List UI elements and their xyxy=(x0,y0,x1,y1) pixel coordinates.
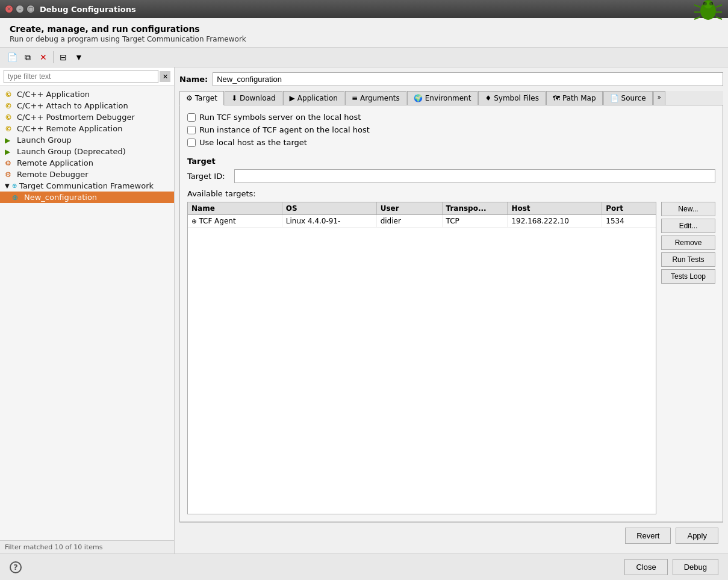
view-menu-icon: ▼ xyxy=(75,52,83,62)
path-map-tab-label: Path Map xyxy=(562,94,596,102)
name-row: Name: xyxy=(179,72,723,86)
arguments-tab-icon: ≡ xyxy=(352,94,358,102)
tab-path-map[interactable]: 🗺 Path Map xyxy=(546,91,603,105)
launch-group-dep-label: Launch Group (Deprecated) xyxy=(17,147,126,156)
tcf-agent-checkbox[interactable] xyxy=(187,126,196,134)
tab-target[interactable]: ⚙ Target xyxy=(179,91,224,105)
targets-area: Name OS User Transpo... Host Port ⊕ xyxy=(187,202,715,514)
cpp-application-label: C/C++ Application xyxy=(17,90,90,99)
new-config-button[interactable]: 📄 xyxy=(5,50,19,64)
duplicate-icon: ⧉ xyxy=(25,52,31,63)
toolbar: 📄 ⧉ ✕ ⊟ ▼ xyxy=(0,47,728,67)
table-body: ⊕ TCF Agent Linux 4.4.0-91- didier TCP 1… xyxy=(188,215,656,514)
tab-environment[interactable]: 🌍 Environment xyxy=(407,91,478,105)
maximize-window-btn[interactable]: □ xyxy=(26,5,35,13)
tab-application[interactable]: ▶ Application xyxy=(283,91,344,105)
revert-button[interactable]: Revert xyxy=(625,528,671,544)
target-tab-icon: ⚙ xyxy=(186,94,193,102)
target-id-label: Target ID: xyxy=(187,172,229,181)
close-window-btn[interactable]: ✕ xyxy=(5,5,13,13)
tcf-symbols-row: Run TCF symbols server on the local host xyxy=(187,113,715,122)
environment-tab-label: Environment xyxy=(425,94,471,102)
filter-clear-button[interactable]: ✕ xyxy=(160,71,170,82)
cell-os: Linux 4.4.0-91- xyxy=(282,215,377,227)
edit-target-button[interactable]: Edit... xyxy=(661,219,715,233)
available-targets-label: Available targets: xyxy=(187,189,715,198)
tcf-agent-row: Run instance of TCF agent on the local h… xyxy=(187,125,715,134)
window-title: Debug Configurations xyxy=(40,5,136,14)
environment-tab-icon: 🌍 xyxy=(414,94,423,102)
filter-input[interactable] xyxy=(4,70,158,83)
cpp-application-icon: © xyxy=(5,90,14,99)
cpp-postmortem-icon: © xyxy=(5,113,14,122)
duplicate-config-button[interactable]: ⧉ xyxy=(20,50,35,64)
new-icon: 📄 xyxy=(7,52,17,62)
tcf-icon: ⊕ xyxy=(12,182,17,189)
remote-app-icon: ⚙ xyxy=(5,159,14,167)
target-id-input[interactable] xyxy=(234,169,715,183)
sidebar-item-new-configuration[interactable]: ⊕ New_configuration xyxy=(0,192,174,203)
application-tab-icon: ▶ xyxy=(290,94,295,102)
delete-config-button[interactable]: ✕ xyxy=(36,50,51,64)
col-os: OS xyxy=(282,202,377,214)
close-button[interactable]: Close xyxy=(624,559,667,575)
footer-action-buttons: Close Debug xyxy=(624,559,718,575)
cpp-attach-label: C/C++ Attach to Application xyxy=(17,101,128,110)
tab-download[interactable]: ⬇ Download xyxy=(225,91,282,105)
use-localhost-checkbox[interactable] xyxy=(187,139,196,147)
new-config-tree-icon: ⊕ xyxy=(12,193,22,202)
remove-target-button[interactable]: Remove xyxy=(661,235,715,250)
tcf-symbols-checkbox[interactable] xyxy=(187,113,196,122)
col-user: User xyxy=(377,202,443,214)
sidebar-item-cpp-application[interactable]: © C/C++ Application xyxy=(0,89,174,100)
apply-button[interactable]: Apply xyxy=(676,528,718,544)
config-name-input[interactable] xyxy=(213,72,723,86)
new-target-button[interactable]: New... xyxy=(661,202,715,216)
sidebar-item-cpp-attach[interactable]: © C/C++ Attach to Application xyxy=(0,100,174,111)
table-row[interactable]: ⊕ TCF Agent Linux 4.4.0-91- didier TCP 1… xyxy=(188,215,656,228)
cpp-remote-label: C/C++ Remote Application xyxy=(17,124,122,133)
cpp-attach-icon: © xyxy=(5,102,14,110)
tcf-symbols-label: Run TCF symbols server on the local host xyxy=(199,113,361,122)
target-id-row: Target ID: xyxy=(187,169,715,183)
tab-source[interactable]: 📄 Source xyxy=(603,91,653,105)
col-port: Port xyxy=(602,202,656,214)
sidebar-item-cpp-remote[interactable]: © C/C++ Remote Application xyxy=(0,123,174,134)
right-panel: Name: ⚙ Target ⬇ Download ▶ Application xyxy=(175,67,728,553)
footer-bar: ? Close Debug xyxy=(0,553,728,580)
titlebar: ✕ – □ Debug Configurations xyxy=(0,0,728,18)
tab-more-button[interactable]: » xyxy=(653,91,665,105)
debug-button[interactable]: Debug xyxy=(673,559,718,575)
sidebar-footer: Filter matched 10 of 10 items xyxy=(0,540,174,553)
view-menu-button[interactable]: ▼ xyxy=(72,50,86,64)
header-subtitle: Run or debug a program using Target Comm… xyxy=(10,35,718,43)
sidebar-item-remote-debugger[interactable]: ⚙ Remote Debugger xyxy=(0,169,174,180)
collapse-all-button[interactable]: ⊟ xyxy=(56,50,70,64)
launch-group-dep-icon: ▶ xyxy=(5,148,14,156)
sidebar-item-launch-group-deprecated[interactable]: ▶ Launch Group (Deprecated) xyxy=(0,146,174,157)
targets-table: Name OS User Transpo... Host Port ⊕ xyxy=(187,202,656,514)
arguments-tab-label: Arguments xyxy=(360,94,400,102)
sidebar-item-cpp-postmortem[interactable]: © C/C++ Postmortem Debugger xyxy=(0,111,174,123)
minimize-window-btn[interactable]: – xyxy=(16,5,24,13)
more-tabs-icon: » xyxy=(658,94,661,101)
tab-arguments[interactable]: ≡ Arguments xyxy=(345,91,406,105)
tab-symbol-files[interactable]: ♦ Symbol Files xyxy=(478,91,546,105)
run-tests-button[interactable]: Run Tests xyxy=(661,252,715,267)
help-button[interactable]: ? xyxy=(10,561,22,573)
tests-loop-button[interactable]: Tests Loop xyxy=(661,269,715,284)
sidebar-item-launch-group[interactable]: ▶ Launch Group xyxy=(0,134,174,146)
tabs-bar: ⚙ Target ⬇ Download ▶ Application ≡ Argu… xyxy=(179,91,723,105)
bottom-bar: Revert Apply xyxy=(179,522,723,549)
path-map-tab-icon: 🗺 xyxy=(553,94,560,102)
remote-app-label: Remote Application xyxy=(17,158,93,167)
download-tab-label: Download xyxy=(240,94,276,102)
window-controls: ✕ – □ xyxy=(5,5,35,13)
targets-buttons: New... Edit... Remove Run Tests Tests Lo… xyxy=(661,202,715,514)
config-tree: © C/C++ Application © C/C++ Attach to Ap… xyxy=(0,86,174,540)
col-name: Name xyxy=(188,202,282,214)
header-area: Create, manage, and run configurations R… xyxy=(0,18,728,47)
svg-line-6 xyxy=(694,17,700,19)
sidebar-item-remote-application[interactable]: ⚙ Remote Application xyxy=(0,157,174,169)
sidebar-item-tcf[interactable]: ▼ ⊕ Target Communication Framework xyxy=(0,180,174,192)
